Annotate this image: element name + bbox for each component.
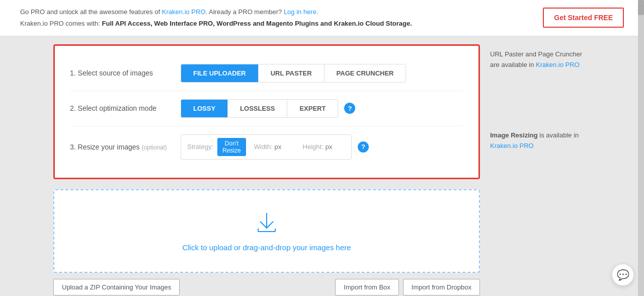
optimization-row: 2. Select optimization mode LOSSY LOSSLE… [70,91,463,126]
page-cruncher-tab[interactable]: PAGE CRUNCHER [325,64,406,82]
import-buttons: Import from Box Import from Dropbox [335,279,480,295]
sidebar-info: URL Paster and Page Cruncher are availab… [490,44,591,167]
lossless-tab[interactable]: LOSSLESS [228,100,287,117]
resize-note-middle: is available in [538,131,579,139]
resize-note-prefix: Image Resizing [490,131,538,139]
promo-banner: Go PRO and unlock all the awesome featur… [0,0,644,36]
promo-line1-middle: . Already a PRO member? [206,8,284,16]
login-link[interactable]: Log in here. [284,8,318,16]
source-label: 1. Select source of images [70,69,181,77]
optimization-label: 2. Select optimization mode [70,104,181,112]
import-box-button[interactable]: Import from Box [335,279,398,295]
url-paster-tab[interactable]: URL PASTER [259,64,325,82]
layout: 1. Select source of images FILE UPLOADER… [53,44,591,295]
promo-line2-prefix: Kraken.io PRO comes with: [20,20,102,27]
import-dropbox-button[interactable]: Import from Dropbox [403,279,480,295]
resize-label: 3. Resize your images (optional) [70,143,181,151]
file-uploader-tab[interactable]: FILE UPLOADER [181,64,259,82]
lossy-tab[interactable]: LOSSY [181,100,228,117]
optimization-help-icon[interactable]: ? [344,103,355,114]
resize-row: 3. Resize your images (optional) Strateg… [70,126,463,168]
kraken-pro-link-resize[interactable]: Kraken.io PRO [490,142,534,150]
kraken-pro-link1[interactable]: Kraken.io PRO [162,8,206,16]
config-panel: 1. Select source of images FILE UPLOADER… [53,44,480,179]
promo-line1-prefix: Go PRO and unlock all the awesome featur… [20,8,162,16]
width-input[interactable] [275,143,295,151]
optional-label: (optional) [141,144,167,151]
chat-bubble[interactable]: 💬 [612,264,634,286]
upload-zone[interactable]: Click to upload or drag-and-drop your im… [53,189,480,273]
source-tab-group: FILE UPLOADER URL PASTER PAGE CRUNCHER [181,64,406,83]
width-label: Width: [254,143,273,151]
height-input[interactable] [326,143,346,151]
dont-resize-button[interactable]: Don't Resize [217,138,246,156]
resize-control: Strategy: Don't Resize Width: Height: [181,134,352,160]
source-row: 1. Select source of images FILE UPLOADER… [70,56,463,91]
resize-help-icon[interactable]: ? [358,141,369,153]
promo-text: Go PRO and unlock all the awesome featur… [20,6,412,30]
zip-upload-button[interactable]: Upload a ZIP Containing Your Images [53,279,180,295]
resize-note-block: Image Resizing is available in Kraken.io… [490,130,591,152]
pro-note-block: URL Paster and Page Cruncher are availab… [490,49,591,70]
upload-icon [64,210,469,237]
height-label: Height: [303,143,324,151]
kraken-pro-link-sidebar[interactable]: Kraken.io PRO [536,61,580,68]
main-content: 1. Select source of images FILE UPLOADER… [45,44,599,295]
scrollbar-thumb[interactable] [638,0,644,15]
download-arrow-icon [254,210,279,236]
promo-line2-features: Full API Access, Web Interface PRO, Word… [102,20,412,27]
expert-tab[interactable]: EXPERT [287,100,338,117]
chat-icon: 💬 [617,269,629,281]
get-started-button[interactable]: Get Started FREE [543,8,624,28]
upload-zone-text: Click to upload or drag-and-drop your im… [64,243,469,252]
optimization-tab-group: LOSSY LOSSLESS EXPERT [181,99,338,118]
bottom-actions: Upload a ZIP Containing Your Images Impo… [53,279,480,295]
scrollbar[interactable] [638,0,644,296]
strategy-label: Strategy: [187,143,213,151]
